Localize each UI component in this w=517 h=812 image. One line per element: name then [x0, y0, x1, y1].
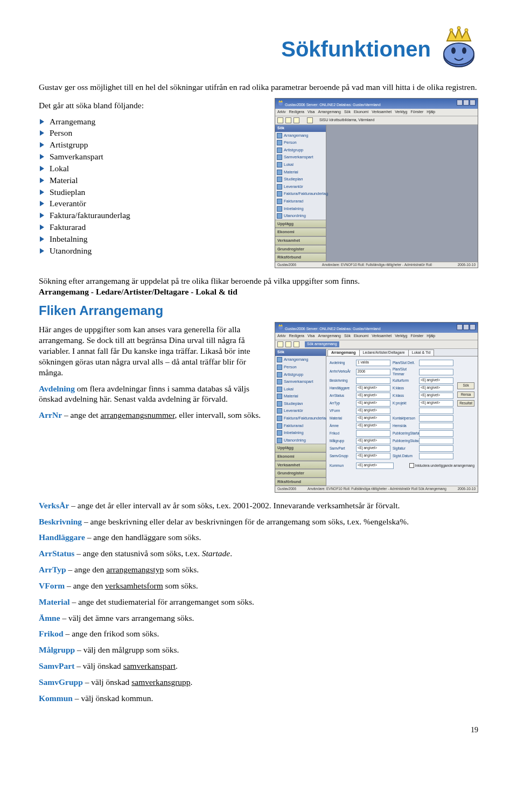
form-field: <Ej angivet> — [356, 400, 390, 407]
menu-item: Arrangemang — [318, 110, 340, 115]
sidebar-item: Samverkanspart — [275, 153, 326, 161]
menu-item: Verktyg — [395, 334, 407, 339]
menu-item: Verktyg — [395, 110, 407, 115]
form-label: Plan/Slut Timmar — [393, 367, 417, 376]
sidebar-section: Upplägg — [275, 220, 326, 228]
page-title: Sökfunktionen — [281, 36, 431, 63]
form-label: SamvPart — [330, 446, 354, 451]
form-label: Arrhr/VerksÅr — [330, 369, 354, 374]
menu-item: Hjälp — [427, 110, 435, 115]
field-frikod: Frikod – ange den frikod som söks. — [39, 628, 478, 639]
ss2-sidebar: Sök ArrangemangPersonArtistgruppSamverka… — [275, 349, 326, 486]
list-item: Inbetalning — [39, 234, 265, 244]
menu-item: Verksamhet — [372, 110, 392, 115]
after-list-paragraph: Sökning efter arrangemang är uppdelat på… — [39, 276, 478, 297]
tab: Lokal & Tid — [408, 349, 435, 356]
menu-item: Redigera — [289, 334, 304, 339]
menu-item: Hjälp — [427, 334, 435, 339]
form-field: <Ej angivet> — [356, 385, 390, 391]
field-malgrupp: Målgrupp – välj den målgrupp som söks. — [39, 645, 478, 655]
form-label: K:klass — [393, 386, 417, 390]
ss2-form: Avdelning1 valdaPlan/Slut Delt.Arrhr/Ver… — [326, 356, 478, 463]
ss2-titlebar: Gustav2006 Server: ONLINE2 Databas: Gust… — [275, 323, 478, 333]
form-label: Beskrivning — [330, 379, 354, 383]
form-field — [356, 377, 390, 384]
menu-item: Verksamhet — [372, 334, 392, 339]
field-vform: VForm – ange den verksamhetsform som sök… — [39, 580, 478, 591]
section-heading: Fliken Arrangemang — [39, 303, 478, 319]
toolbar-icon — [294, 341, 299, 347]
form-label: ArrStatus — [330, 394, 354, 398]
sidebar-item: Person — [275, 139, 326, 146]
menu-item: Ekonomi — [354, 110, 368, 115]
sidebar-section: Verksamhet — [275, 236, 326, 245]
sidebar-item: Studieplan — [275, 176, 326, 183]
sidebar-section: Ekonomi — [275, 452, 326, 461]
form-field: 1 valda — [356, 360, 390, 366]
menu-item: Arrangemang — [318, 334, 340, 339]
sidebar-item: Material — [275, 393, 326, 400]
sidebar-section: Grundregister — [275, 469, 326, 478]
sidebar-item: Faktura/Fakturaunderlag — [275, 415, 326, 422]
form-label: Hemsida — [393, 424, 417, 428]
form-field — [419, 360, 453, 366]
toolbar-icon — [307, 117, 313, 123]
form-label: VForm — [330, 409, 354, 413]
ss2-toolbar: Sök arrangemang — [275, 340, 478, 349]
form-field: 2006 — [356, 369, 390, 375]
sidebar-section: Ekonomi — [275, 228, 326, 236]
form-field: <Ej angivet> — [356, 445, 390, 452]
form-label: Frikod — [330, 431, 354, 436]
ss1-sidebar: Sök ArrangemangPersonArtistgruppSamverka… — [275, 125, 326, 262]
field-amne: Ämne – välj det ämne vars arrangemang sö… — [39, 613, 478, 624]
form-field — [419, 423, 453, 429]
svg-point-2 — [451, 47, 456, 54]
header: Sökfunktionen — [39, 26, 478, 80]
sidebar-item: Fakturarad — [275, 422, 326, 430]
sidebar-item: Faktura/Fakturaunderlag — [275, 190, 326, 198]
form-label: Plan/Slut Delt. — [393, 361, 417, 365]
sidebar-item: Leverantör — [275, 407, 326, 415]
sidebar-item: Artistgrupp — [275, 371, 326, 379]
svg-point-1 — [444, 43, 474, 65]
form-label: Handläggare — [330, 386, 354, 390]
sidebar-section: Upplägg — [275, 444, 326, 452]
form-field: <Ej angivet> — [419, 393, 453, 399]
field-kommun: Kommun – välj önskad kommun. — [39, 693, 478, 704]
sidebar-item: Lokal — [275, 161, 326, 169]
panel-header: Sök arrangemang — [305, 341, 339, 347]
field-arrstatus: ArrStatus – ange den statusnivå som söks… — [39, 548, 478, 559]
menu-item: Arkiv — [277, 334, 286, 339]
sidebar-item: Arrangemang — [275, 132, 326, 139]
form-field — [419, 438, 453, 444]
crown-icon — [439, 26, 478, 71]
breadcrumb-label: SISU Idrottsutbildarna, Värmland — [319, 118, 374, 123]
ss2-action-buttons: SökRensaResultat — [457, 382, 474, 407]
window-buttons — [456, 100, 476, 107]
form-button: Sök — [457, 382, 474, 389]
menu-item: Arkiv — [277, 110, 286, 115]
form-label: SamvGrupp — [330, 454, 354, 458]
app-icon — [277, 100, 284, 106]
list-item: Leverantör — [39, 198, 265, 209]
field-handlaggare: Handläggare – ange den handläggare som s… — [39, 532, 478, 543]
sidebar-section: Riksförbund — [275, 253, 326, 262]
ss1-menubar: ArkivRedigeraVisaArrangemangSökEkonomiVe… — [275, 109, 478, 116]
form-label: Material — [330, 416, 354, 421]
sidebar-header: Sök — [275, 125, 326, 132]
form-label: Kontaktperson — [393, 416, 417, 421]
menu-item: Sök — [344, 110, 351, 115]
list-item: Studieplan — [39, 187, 265, 198]
list-item: Lokal — [39, 163, 265, 174]
form-field — [419, 415, 453, 422]
ss1-statusbar: Gustav2006Användare: EVNOF10 Roll: Fulls… — [275, 262, 478, 268]
field-avdelning: Avdelning om flera avdelningar finns i s… — [39, 383, 265, 405]
sidebar-item: Inbetalning — [275, 205, 326, 213]
ss1-main-area — [326, 125, 478, 262]
sidebar-item: Studieplan — [275, 400, 326, 408]
svg-point-3 — [462, 47, 466, 54]
field-verksar: VerksÅr – ange det år eller intervall av… — [39, 500, 478, 511]
sidebar-item: Utanordning — [275, 437, 326, 444]
form-label: Avdelning — [330, 361, 354, 365]
list-item: Person — [39, 128, 265, 138]
